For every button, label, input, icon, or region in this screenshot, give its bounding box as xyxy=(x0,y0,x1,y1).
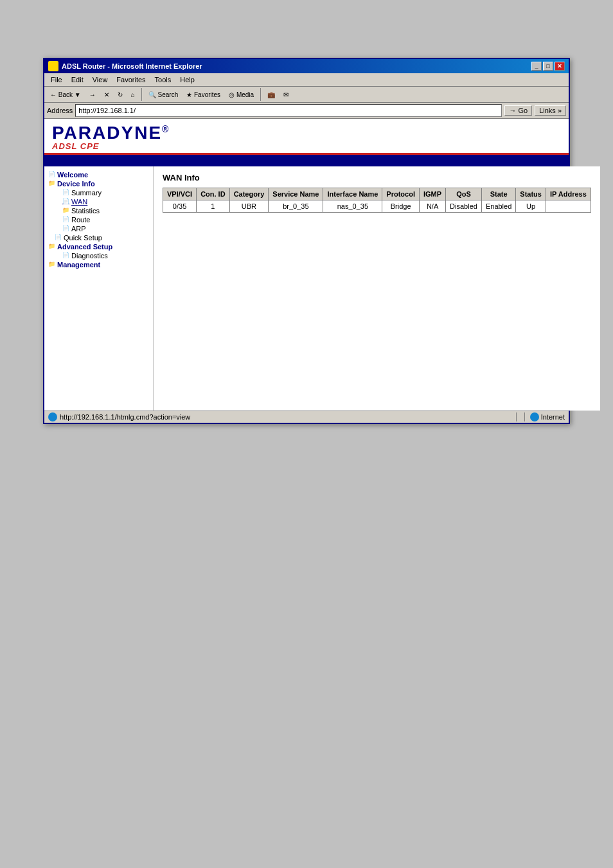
status-bar: http://192.168.1.1/htmlg.cmd?action=view… xyxy=(44,411,569,423)
table-row: 0/351UBRbr_0_35nas_0_35BridgeN/ADisabled… xyxy=(163,200,591,213)
close-button[interactable]: ✕ xyxy=(555,62,565,71)
paradyne-subtitle: ADSL CPE xyxy=(52,142,561,150)
ie-content: PARADYNE® ADSL CPE 📄 Welcome 📁 Device In… xyxy=(44,119,569,411)
refresh-button[interactable]: ↻ xyxy=(114,89,126,100)
status-zone-area: Internet xyxy=(513,412,565,421)
paradyne-logo: PARADYNE® ADSL CPE xyxy=(52,124,561,150)
status-separator-1 xyxy=(516,412,517,421)
route-doc-icon: 📄 xyxy=(62,216,70,224)
paradyne-name: PARADYNE® xyxy=(52,124,561,142)
diagnostics-doc-icon: 📄 xyxy=(62,252,70,260)
cell-0-10 xyxy=(546,200,591,213)
address-bar: Address → Go Links » xyxy=(44,103,569,119)
maximize-button[interactable]: □ xyxy=(543,62,553,71)
col-header-vpivci: VPI/VCI xyxy=(163,188,197,200)
sidebar-item-wan[interactable]: 📄 WAN xyxy=(47,197,150,206)
menu-help[interactable]: Help xyxy=(176,75,199,85)
col-header-conid: Con. ID xyxy=(197,188,230,200)
statistics-folder-icon: 📁 xyxy=(62,207,70,215)
sidebar-item-welcome[interactable]: 📄 Welcome xyxy=(47,170,150,179)
col-header-category: Category xyxy=(229,188,269,200)
col-header-status: Status xyxy=(516,188,546,200)
window-controls: _ □ ✕ xyxy=(531,62,565,71)
col-header-ip-address: IP Address xyxy=(546,188,591,200)
menu-favorites[interactable]: Favorites xyxy=(112,75,149,85)
cell-0-8: Enabled xyxy=(481,200,515,213)
sidebar-item-route[interactable]: 📄 Route xyxy=(47,215,150,224)
advanced-setup-folder-icon: 📁 xyxy=(48,243,56,251)
arp-doc-icon: 📄 xyxy=(62,225,70,233)
mail-button[interactable]: ✉ xyxy=(280,89,292,100)
cell-0-1: 1 xyxy=(197,200,230,213)
sidebar: 📄 Welcome 📁 Device Info 📄 Summary 📄 WAN … xyxy=(44,166,154,411)
status-separator-2 xyxy=(524,412,525,421)
col-header-state: State xyxy=(481,188,515,200)
cell-0-0: 0/35 xyxy=(163,200,197,213)
search-button[interactable]: 🔍 Search xyxy=(145,89,181,100)
sidebar-item-device-info[interactable]: 📁 Device Info xyxy=(47,179,150,188)
menu-view[interactable]: View xyxy=(89,75,112,85)
nav-header-bar xyxy=(44,155,569,166)
content-area: 📄 Welcome 📁 Device Info 📄 Summary 📄 WAN … xyxy=(44,166,569,411)
cell-0-7: Disabled xyxy=(446,200,482,213)
browser-icon xyxy=(48,61,58,71)
main-content: WAN Info VPI/VCI Con. ID Category Servic… xyxy=(154,166,600,411)
device-info-folder-icon: 📁 xyxy=(48,180,56,188)
status-url: http://192.168.1.1/htmlg.cmd?action=view xyxy=(48,412,190,421)
internet-zone-icon xyxy=(530,412,539,421)
wan-table: VPI/VCI Con. ID Category Service Name In… xyxy=(163,188,591,213)
sidebar-item-advanced-setup[interactable]: 📁 Advanced Setup xyxy=(47,242,150,251)
status-url-text: http://192.168.1.1/htmlg.cmd?action=view xyxy=(60,413,190,421)
menu-bar: File Edit View Favorites Tools Help xyxy=(44,73,569,87)
menu-file[interactable]: File xyxy=(47,75,66,85)
summary-doc-icon: 📄 xyxy=(62,189,70,197)
sidebar-item-arp[interactable]: 📄 ARP xyxy=(47,224,150,233)
col-header-service-name: Service Name xyxy=(269,188,323,200)
favorites-button[interactable]: ★ Favorites xyxy=(183,89,224,100)
cell-0-6: N/A xyxy=(419,200,445,213)
go-button[interactable]: → Go xyxy=(504,105,532,116)
window-title: ADSL Router - Microsoft Internet Explore… xyxy=(62,62,202,70)
quick-setup-doc-icon: 📄 xyxy=(55,234,62,242)
history-button[interactable]: 💼 xyxy=(264,89,278,100)
links-button[interactable]: Links » xyxy=(535,105,566,116)
sidebar-item-quick-setup[interactable]: 📄 Quick Setup xyxy=(47,233,150,242)
cell-0-9: Up xyxy=(516,200,546,213)
wan-doc-icon: 📄 xyxy=(62,198,70,206)
toolbar-separator-1 xyxy=(141,88,142,101)
address-input[interactable] xyxy=(75,104,502,117)
back-button[interactable]: ← Back ▼ xyxy=(47,89,84,100)
toolbar-separator-2 xyxy=(260,88,261,101)
toolbar: ← Back ▼ → ✕ ↻ ⌂ 🔍 Search ★ Favorites ◎ … xyxy=(44,87,569,103)
sidebar-item-summary[interactable]: 📄 Summary xyxy=(47,188,150,197)
minimize-button[interactable]: _ xyxy=(531,62,542,71)
welcome-doc-icon: 📄 xyxy=(48,171,56,179)
section-title: WAN Info xyxy=(163,173,591,182)
col-header-protocol: Protocol xyxy=(382,188,420,200)
col-header-igmp: IGMP xyxy=(419,188,445,200)
sidebar-item-diagnostics[interactable]: 📄 Diagnostics xyxy=(47,251,150,260)
ie-window: ADSL Router - Microsoft Internet Explore… xyxy=(43,58,570,424)
cell-0-3: br_0_35 xyxy=(269,200,323,213)
cell-0-5: Bridge xyxy=(382,200,420,213)
zone-label: Internet xyxy=(541,413,565,421)
stop-button[interactable]: ✕ xyxy=(101,89,112,100)
title-bar: ADSL Router - Microsoft Internet Explore… xyxy=(44,59,569,73)
col-header-qos: QoS xyxy=(446,188,482,200)
paradyne-header: PARADYNE® ADSL CPE xyxy=(44,119,569,155)
status-zone: Internet xyxy=(530,412,565,421)
status-globe-icon xyxy=(48,412,57,421)
home-button[interactable]: ⌂ xyxy=(128,89,138,100)
forward-button[interactable]: → xyxy=(86,89,99,100)
address-label: Address xyxy=(47,107,73,114)
sidebar-item-management[interactable]: 📁 Management xyxy=(47,260,150,269)
media-button[interactable]: ◎ Media xyxy=(226,89,257,100)
cell-0-2: UBR xyxy=(229,200,269,213)
cell-0-4: nas_0_35 xyxy=(323,200,382,213)
menu-edit[interactable]: Edit xyxy=(67,75,87,85)
col-header-interface-name: Interface Name xyxy=(323,188,382,200)
sidebar-item-statistics[interactable]: 📁 Statistics xyxy=(47,206,150,215)
menu-tools[interactable]: Tools xyxy=(151,75,175,85)
management-folder-icon: 📁 xyxy=(48,261,56,269)
